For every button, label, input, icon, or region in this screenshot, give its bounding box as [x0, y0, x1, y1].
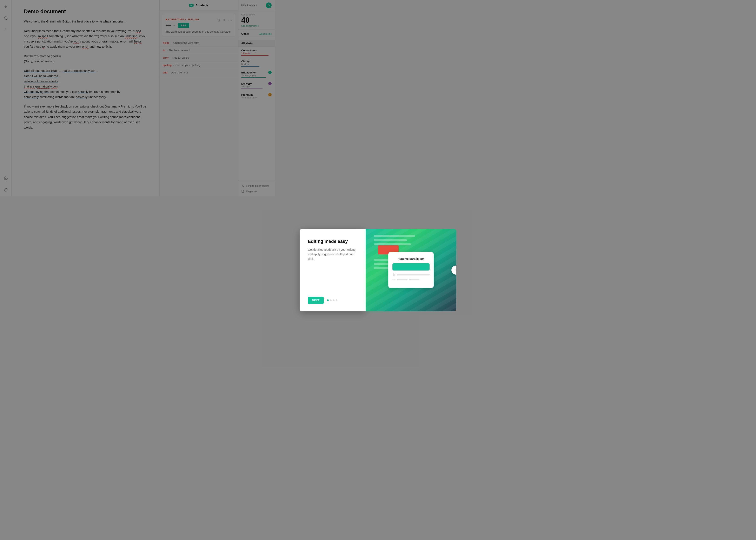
modal-overlay: Editing made easy Get detailed feedback … — [0, 0, 275, 197]
